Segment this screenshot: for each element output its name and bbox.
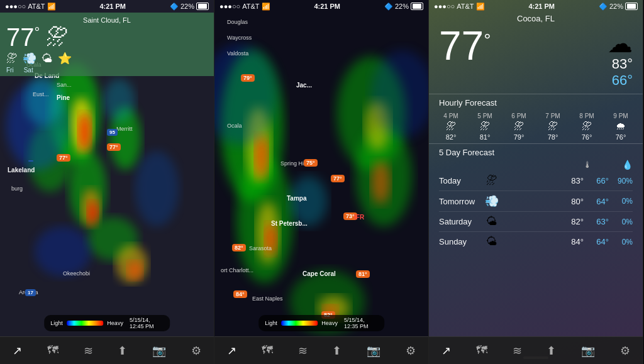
status-time-mid: 4:21 PM	[314, 3, 340, 10]
forecast-icon-1: 💨	[484, 194, 500, 208]
forecast-hi-2: 82°	[564, 217, 584, 226]
rain-column-icon: 💧	[622, 160, 633, 170]
bluetooth-icon: 🔷	[170, 3, 179, 11]
hourly-item-4: 8 PM ⛈ 76°	[570, 113, 604, 141]
toolbar-settings-right[interactable]: ⚙	[620, 344, 630, 358]
forecast-precip-2: 0%	[614, 218, 633, 226]
left-panel: De Land Ocala Lakeland burg Merritt Arca…	[0, 0, 214, 364]
toolbar-share-left[interactable]: ⬆	[118, 344, 127, 358]
weather-header-right: Cocoa, FL 77° ☁ 83° 66°	[429, 0, 643, 94]
hourly-icon-2: ⛈	[514, 121, 524, 132]
hourly-icon-5: 🌧	[616, 121, 626, 132]
toolbar-layers-right[interactable]: ≋	[513, 344, 522, 358]
toolbar-left[interactable]: ↗ 🗺 ≋ ⬆ 📷 ⚙	[0, 336, 214, 364]
hourly-icon-4: ⛈	[582, 121, 592, 132]
hourly-time-2: 6 PM	[511, 113, 526, 119]
cloud-icon-right: ☁	[608, 31, 633, 56]
wind-icon: 💨	[23, 52, 36, 65]
star-icon: ⭐	[58, 52, 72, 65]
toolbar-mid[interactable]: ↗ 🗺 ≋ ⬆ 📷 ⚙	[214, 336, 428, 364]
forecast-title: 5 Day Forecast	[429, 143, 643, 160]
hourly-temp-4: 76°	[582, 133, 592, 141]
forecast-precip-1: 0%	[614, 197, 633, 206]
temp-84-mid: 84°	[233, 290, 247, 298]
toolbar-settings-left[interactable]: ⚙	[191, 344, 201, 358]
bluetooth-icon-mid: 🔷	[384, 3, 393, 11]
day-labels-left: Fri Sat	[6, 67, 208, 74]
toolbar-layers-mid[interactable]: ≋	[298, 344, 308, 358]
hourly-temp-1: 81°	[480, 133, 491, 141]
forecast-precip-0: 90%	[614, 177, 633, 185]
middle-panel: Douglas Waycross Valdosta Jac... Ocala S…	[214, 0, 429, 364]
city-label-left: Saint Cloud, FL	[6, 16, 208, 24]
svg-point-14	[25, 75, 63, 126]
svg-point-20	[255, 135, 268, 179]
hourly-item-0: 4 PM ⛈ 82°	[434, 113, 468, 141]
toolbar-camera-mid[interactable]: 📷	[367, 344, 380, 358]
low-temp-right: 66°	[608, 72, 633, 89]
temp-hi-lo-block: ☁ 83° 66°	[608, 26, 633, 89]
temp-badge-merritt: 77°	[107, 143, 121, 151]
toolbar-settings-mid[interactable]: ⚙	[406, 344, 416, 358]
status-right-mid: 🔷 22%	[384, 3, 423, 11]
hourly-icon-0: ⛈	[446, 121, 456, 132]
storm-icon-left: ⛈	[46, 24, 69, 50]
toolbar-right[interactable]: ↗ 🗺 ≋ ⬆ 📷 ⚙	[429, 336, 643, 364]
hourly-item-1: 5 PM ⛈ 81°	[468, 113, 502, 141]
forecast-hi-3: 84°	[564, 237, 584, 246]
hourly-forecast-row: 4 PM ⛈ 82° 5 PM ⛈ 81° 6 PM ⛈ 79° 7 PM ⛈ …	[429, 110, 643, 143]
temp-81-mid: 81°	[356, 270, 370, 278]
toolbar-location-mid[interactable]: ↗	[227, 344, 236, 358]
hourly-icon-3: ⛈	[548, 121, 558, 132]
hourly-temp-3: 78°	[548, 133, 558, 141]
forecast-temps-0: 83° 66° 90%	[564, 176, 633, 185]
forecast-row-saturday: Saturday 🌤 82° 63° 0%	[439, 212, 633, 232]
toolbar-camera-left[interactable]: 📷	[152, 344, 166, 358]
radar-legend-left: Light Heavy 5/15/14, 12:45 PM	[44, 315, 170, 331]
forecast-precip-3: 0%	[614, 238, 633, 246]
temp-79-mid: 79°	[241, 74, 255, 82]
toolbar-map-mid[interactable]: 🗺	[262, 344, 273, 357]
toolbar-layers-left[interactable]: ≋	[84, 344, 93, 358]
forecast-lo-0: 66°	[589, 176, 609, 185]
temp-column-icon: 🌡	[583, 160, 592, 170]
svg-point-15	[104, 79, 135, 123]
forecast-hi-1: 80°	[564, 197, 584, 206]
high-temp-right: 83°	[608, 56, 633, 72]
hourly-time-5: 9 PM	[613, 113, 628, 119]
wifi-icon-right: 📶	[476, 3, 485, 11]
forecast-lo-1: 64°	[589, 197, 609, 206]
right-panel: ●●●○○ AT&T 📶 4:21 PM 🔷 22% Cocoa, FL 77°…	[429, 0, 643, 364]
legend-bar-mid	[281, 321, 318, 326]
wifi-icon: 📶	[47, 3, 56, 11]
battery-icon-mid	[411, 3, 423, 10]
toolbar-map-right[interactable]: 🗺	[476, 344, 487, 357]
status-bar-right: ●●●○○ AT&T 📶 4:21 PM 🔷 22%	[429, 0, 643, 13]
main-temp-left: 77°	[6, 25, 40, 50]
main-temp-right: 77°	[439, 26, 491, 66]
ifr-label: IFR	[354, 214, 364, 221]
toolbar-location-left[interactable]: ↗	[13, 344, 22, 358]
toolbar-share-mid[interactable]: ⬆	[332, 344, 341, 358]
city-label-right: Cocoa, FL	[439, 14, 633, 23]
hourly-temp-2: 79°	[514, 133, 525, 141]
forecast-row-sunday: Sunday 🌤 84° 64° 0%	[439, 232, 633, 251]
bluetooth-icon-right: 🔷	[599, 3, 608, 11]
forecast-lo-2: 63°	[589, 217, 609, 226]
signal-dots-right: ●●●○○	[434, 3, 455, 10]
toolbar-map-left[interactable]: 🗺	[47, 344, 58, 357]
toolbar-share-right[interactable]: ⬆	[547, 344, 556, 358]
legend-bar-left	[67, 321, 104, 326]
toolbar-camera-right[interactable]: 📷	[581, 344, 595, 358]
svg-point-31	[290, 176, 328, 226]
hourly-item-2: 6 PM ⛈ 79°	[502, 113, 536, 141]
hourly-item-5: 9 PM 🌧 76°	[604, 113, 638, 141]
toolbar-location-right[interactable]: ↗	[441, 344, 451, 358]
highway-17: 17	[25, 289, 36, 296]
forecast-icon-2: 🌤	[484, 215, 500, 228]
forecast-temps-3: 84° 64° 0%	[564, 237, 633, 246]
hourly-time-0: 4 PM	[443, 113, 458, 119]
svg-point-5	[79, 113, 91, 151]
partly-cloudy-icon: 🌤	[42, 52, 53, 65]
radar-overlay-mid	[214, 0, 428, 364]
